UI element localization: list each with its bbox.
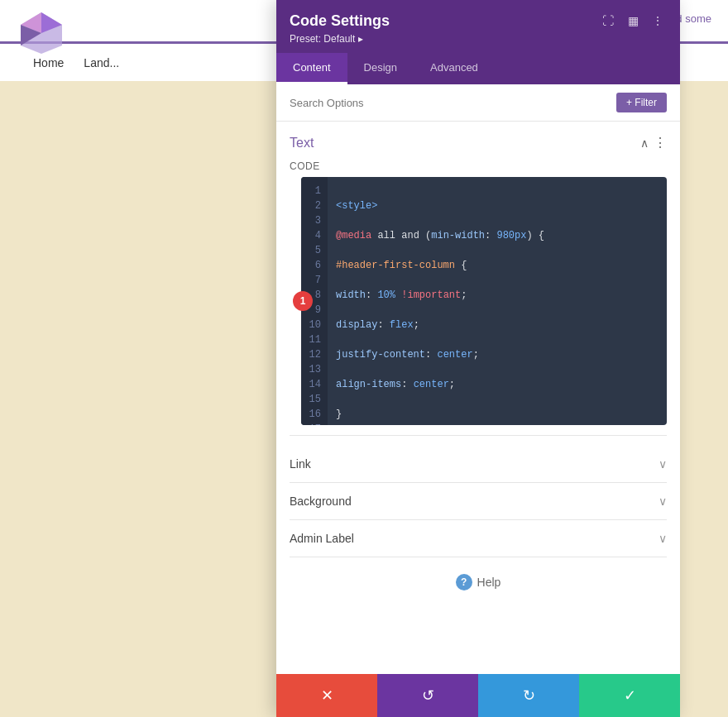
line-num-17: 17: [308, 422, 321, 425]
link-section[interactable]: Link ∨: [290, 446, 667, 483]
undo-button[interactable]: ↺: [377, 674, 478, 717]
panel-header: Code Settings ⛶ ▦ ⋮ Preset: Default ▸: [276, 0, 680, 53]
text-section: Text ∧ ⋮ Code 1 1 2 3 4 5: [290, 135, 667, 436]
tab-design[interactable]: Design: [347, 53, 414, 84]
line-num-6: 6: [308, 258, 321, 273]
link-chevron-icon: ∨: [659, 457, 667, 471]
line-num-10: 10: [308, 318, 321, 332]
section-menu-icon[interactable]: ⋮: [654, 135, 667, 151]
line-num-11: 11: [308, 332, 321, 347]
code-line-3: #header-first-column {: [336, 258, 659, 273]
code-line-7: align-items: center;: [336, 377, 659, 392]
search-bar: + Filter: [276, 84, 680, 122]
text-section-title: Text: [290, 136, 314, 151]
background-chevron-icon: ∨: [659, 495, 667, 508]
more-icon[interactable]: ⋮: [649, 12, 667, 30]
link-section-title: Link: [290, 457, 311, 471]
panel-title: Code Settings: [290, 12, 390, 30]
code-line-6: justify-content: center;: [336, 347, 659, 362]
background-section-title: Background: [290, 495, 352, 508]
line-num-16: 16: [308, 407, 321, 422]
admin-label-chevron-icon: ∨: [659, 532, 667, 545]
code-line-1: <style>: [336, 198, 659, 213]
nav-land[interactable]: Land...: [84, 56, 119, 69]
line-num-1: 1: [308, 184, 321, 198]
fullscreen-icon[interactable]: ⛶: [599, 12, 617, 30]
code-content[interactable]: <style> @media all and (min-width: 980px…: [328, 177, 667, 425]
layout-icon[interactable]: ▦: [624, 12, 642, 30]
logo: [17, 8, 66, 58]
line-num-4: 4: [308, 228, 321, 243]
panel-preset[interactable]: Preset: Default ▸: [290, 33, 667, 45]
cancel-button[interactable]: ✕: [276, 674, 377, 717]
code-editor-inner[interactable]: 1 2 3 4 5 6 7 8 9 10 11 12 13: [301, 177, 667, 425]
code-line-8: }: [336, 407, 659, 422]
tab-advanced[interactable]: Advanced: [414, 53, 495, 84]
code-line-5: display: flex;: [336, 318, 659, 332]
line-num-15: 15: [308, 392, 321, 407]
help-row[interactable]: ? Help: [290, 557, 667, 607]
save-button[interactable]: ✓: [579, 674, 680, 717]
panel-header-icons: ⛶ ▦ ⋮: [599, 12, 667, 30]
line-num-7: 7: [308, 273, 321, 288]
line-num-5: 5: [308, 243, 321, 258]
background-section[interactable]: Background ∨: [290, 483, 667, 520]
panel-body: Text ∧ ⋮ Code 1 1 2 3 4 5: [276, 122, 680, 674]
help-icon: ?: [456, 574, 472, 590]
tabs-bar: Content Design Advanced: [276, 53, 680, 84]
code-line-2: @media all and (min-width: 980px) {: [336, 228, 659, 243]
code-settings-panel: Code Settings ⛶ ▦ ⋮ Preset: Default ▸ Co…: [276, 0, 680, 717]
search-input[interactable]: [290, 97, 610, 109]
section-controls: ∧ ⋮: [640, 135, 667, 151]
action-bar: ✕ ↺ ↻ ✓: [276, 674, 680, 717]
admin-label-section-title: Admin Label: [290, 532, 354, 545]
code-editor[interactable]: 1 2 3 4 5 6 7 8 9 10 11 12 13: [301, 177, 667, 425]
code-label: Code: [290, 160, 667, 172]
filter-button[interactable]: + Filter: [616, 93, 667, 112]
line-num-3: 3: [308, 213, 321, 228]
tab-content[interactable]: Content: [276, 53, 347, 84]
help-label: Help: [477, 576, 501, 589]
admin-label-section[interactable]: Admin Label ∨: [290, 520, 667, 557]
code-line-4: width: 10% !important;: [336, 288, 659, 303]
code-editor-wrapper: 1 1 2 3 4 5 6 7 8 9 10: [301, 177, 667, 425]
line-num-14: 14: [308, 377, 321, 392]
line-num-12: 12: [308, 347, 321, 362]
badge-1: 1: [293, 291, 313, 311]
line-num-13: 13: [308, 362, 321, 377]
section-collapse-icon[interactable]: ∧: [640, 136, 649, 150]
redo-button[interactable]: ↻: [478, 674, 579, 717]
panel-title-row: Code Settings ⛶ ▦ ⋮: [290, 12, 667, 30]
section-header: Text ∧ ⋮: [290, 135, 667, 151]
line-num-2: 2: [308, 198, 321, 213]
